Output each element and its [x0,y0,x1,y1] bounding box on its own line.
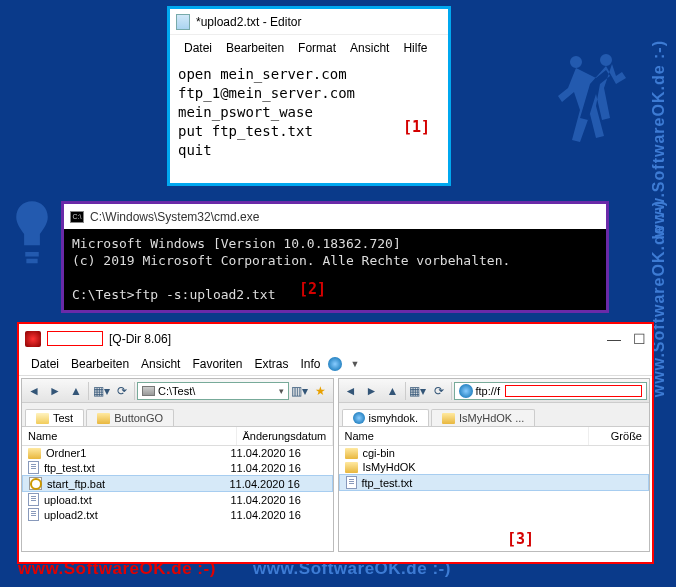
menu-view[interactable]: Ansicht [344,39,395,57]
refresh-button[interactable]: ⟳ [429,381,449,401]
menu-file[interactable]: Datei [27,355,63,373]
menu-file[interactable]: Datei [178,39,218,57]
list-item[interactable]: upload2.txt 11.04.2020 16 [22,507,333,522]
notepad-window: *upload2.txt - Editor Datei Bearbeiten F… [167,6,451,186]
right-path: ftp://f [476,385,500,397]
right-pane: ◄ ► ▲ ▦▾ ⟳ ftp://f ismyhdok. IsMyHdOK ..… [338,378,651,552]
cmd-title: C:\Windows\System32\cmd.exe [90,210,259,224]
qdir-icon [25,331,41,347]
minimize-button[interactable]: — [607,331,621,347]
folder-icon [442,413,455,424]
globe-icon [353,412,365,424]
left-pane: ◄ ► ▲ ▦▾ ⟳ C:\Test\ ▾ ▥▾ ★ Test ButtonGO [21,378,334,552]
cmd-window: C:\ C:\Windows\System32\cmd.exe Microsof… [61,201,609,313]
list-item[interactable]: upload.txt 11.04.2020 16 [22,492,333,507]
cmd-titlebar[interactable]: C:\ C:\Windows\System32\cmd.exe [64,204,606,229]
globe-icon [459,384,473,398]
left-toolbar: ◄ ► ▲ ▦▾ ⟳ C:\Test\ ▾ ▥▾ ★ [22,379,333,403]
qdir-titlebar[interactable]: [Q-Dir 8.06] — ☐ [19,324,652,353]
col-name[interactable]: Name [339,427,590,445]
list-item[interactable]: ftp_test.txt 11.04.2020 16 [22,460,333,475]
chevron-down-icon[interactable]: ▾ [279,386,284,396]
list-item[interactable]: Ordner1 11.04.2020 16 [22,446,333,460]
forward-button[interactable]: ► [362,381,382,401]
views-button[interactable]: ▦▾ [91,381,111,401]
file-icon [28,508,39,521]
cmd-icon: C:\ [70,211,84,223]
right-path-redacted [505,385,642,397]
left-address-bar[interactable]: C:\Test\ ▾ [137,382,289,400]
left-file-list: Name Änderungsdatum Ordner1 11.04.2020 1… [22,427,333,551]
list-item[interactable]: ftp_test.txt [339,474,650,491]
right-address-bar[interactable]: ftp://f [454,382,648,400]
maximize-button[interactable]: ☐ [633,331,646,347]
qdir-title: [Q-Dir 8.06] [109,332,171,346]
up-button[interactable]: ▲ [66,381,86,401]
folder-icon [97,413,110,424]
menu-format[interactable]: Format [292,39,342,57]
up-button[interactable]: ▲ [383,381,403,401]
list-item[interactable]: cgi-bin [339,446,650,460]
cmd-output[interactable]: Microsoft Windows [Version 10.0.18362.72… [64,229,606,309]
views-button[interactable]: ▦▾ [408,381,428,401]
tab-ismyhdok-folder[interactable]: IsMyHdOK ... [431,409,535,426]
marker-1: [1] [403,118,430,136]
back-button[interactable]: ◄ [341,381,361,401]
dancers-silhouette [550,50,630,160]
right-tabs: ismyhdok. IsMyHdOK ... [339,403,650,427]
qdir-title-redacted [47,331,103,346]
explorer-button[interactable]: ▥▾ [290,381,310,401]
col-date[interactable]: Änderungsdatum [237,427,333,445]
folder-icon [28,448,41,459]
tab-test[interactable]: Test [25,409,84,426]
notepad-titlebar[interactable]: *upload2.txt - Editor [170,9,448,35]
marker-2: [2] [299,280,326,298]
right-list-body[interactable]: cgi-bin IsMyHdOK ftp_test.txt [339,446,650,491]
marker-3: [3] [507,530,534,548]
chevron-down-icon[interactable]: ▼ [346,357,363,371]
file-icon [28,493,39,506]
folder-icon [345,462,358,473]
menu-help[interactable]: Hilfe [397,39,433,57]
bat-icon [29,477,42,490]
notepad-icon [176,14,190,30]
list-item[interactable]: IsMyHdOK [339,460,650,474]
qdir-menu: Datei Bearbeiten Ansicht Favoriten Extra… [19,353,652,376]
folder-icon [36,413,49,424]
tab-ismyhdok-ftp[interactable]: ismyhdok. [342,409,430,426]
lightbulb-silhouette [8,190,56,280]
back-button[interactable]: ◄ [24,381,44,401]
tab-buttongo[interactable]: ButtonGO [86,409,174,426]
drive-icon [142,386,155,396]
left-path: C:\Test\ [158,385,195,397]
left-tabs: Test ButtonGO [22,403,333,427]
col-name[interactable]: Name [22,427,237,445]
right-toolbar: ◄ ► ▲ ▦▾ ⟳ ftp://f [339,379,650,403]
window-controls: — ☐ [607,331,646,347]
notepad-editor[interactable]: open mein_server.com ftp_1@mein_server.c… [170,61,448,164]
col-size[interactable]: Größe [589,427,649,445]
menu-edit[interactable]: Bearbeiten [220,39,290,57]
right-file-list: Name Größe cgi-bin IsMyHdOK ftp_test.txt [339,427,650,551]
file-icon [28,461,39,474]
menu-view[interactable]: Ansicht [137,355,184,373]
menu-info[interactable]: Info [296,355,324,373]
refresh-button[interactable]: ⟳ [112,381,132,401]
star-button[interactable]: ★ [311,381,331,401]
notepad-menu: Datei Bearbeiten Format Ansicht Hilfe [170,35,448,61]
menu-edit[interactable]: Bearbeiten [67,355,133,373]
notepad-title: *upload2.txt - Editor [196,15,301,29]
menu-extras[interactable]: Extras [250,355,292,373]
list-item[interactable]: start_ftp.bat 11.04.2020 16 [22,475,333,492]
qdir-window: [Q-Dir 8.06] — ☐ Datei Bearbeiten Ansich… [17,322,654,564]
globe-icon[interactable] [328,357,342,371]
left-list-body[interactable]: Ordner1 11.04.2020 16 ftp_test.txt 11.04… [22,446,333,522]
folder-icon [345,448,358,459]
menu-favorites[interactable]: Favoriten [188,355,246,373]
forward-button[interactable]: ► [45,381,65,401]
file-icon [346,476,357,489]
